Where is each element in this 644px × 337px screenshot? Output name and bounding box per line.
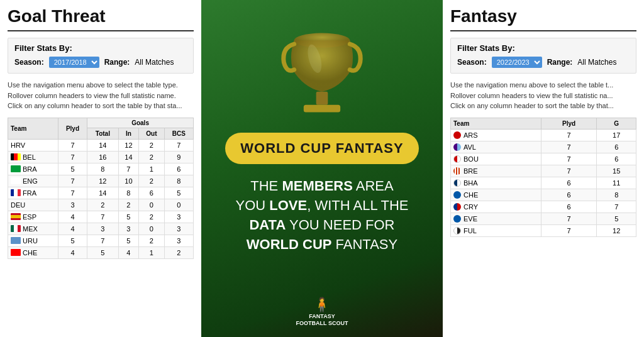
range-label: Range: (104, 58, 130, 67)
in-cell: 5 (118, 235, 139, 246)
main-message: THE MEMBERS AREA YOU LOVE, WITH ALL THE … (235, 177, 408, 254)
dot-red-icon (453, 131, 461, 139)
logo-text: FANTASY FOOTBALL SCOUT (296, 313, 348, 327)
team-cell: CHE (8, 246, 58, 258)
right-plyd-cell: 7 (541, 213, 597, 224)
bcs-cell: 6 (164, 163, 193, 175)
col-out[interactable]: Out (139, 128, 164, 139)
table-row: BRE 7 15 (451, 165, 636, 177)
team-cell: ESP (8, 211, 58, 223)
team-cell: FRA (8, 187, 58, 199)
right-col-team[interactable]: Team (451, 118, 541, 129)
left-stats-table: Team Plyd Goals Total In Out BCS HRV 7 1… (8, 118, 194, 259)
table-row: AVL 7 6 (451, 141, 636, 153)
right-season-select[interactable]: 2022/2023 (492, 57, 542, 68)
eng-flag-icon (11, 177, 21, 184)
right-g-cell: 12 (597, 224, 636, 236)
bcs-cell: 3 (164, 235, 193, 246)
plyd-cell: 5 (58, 235, 87, 246)
right-plyd-cell: 6 (541, 177, 597, 189)
right-range-label: Range: (547, 58, 573, 67)
che-flag-icon (11, 249, 21, 256)
right-col-plyd[interactable]: Plyd (541, 118, 597, 129)
bel-flag-icon (11, 153, 21, 160)
table-row: CHE 6 8 (451, 189, 636, 201)
range-value: All Matches (135, 58, 174, 67)
table-row: CHE 4 5 4 1 2 (8, 246, 194, 258)
team-cell: HRV (8, 139, 58, 151)
right-season-label: Season: (457, 58, 487, 67)
out-cell: 6 (139, 187, 164, 199)
out-cell: 2 (139, 211, 164, 223)
right-panel: Fantasy Filter Stats By: Season: 2022/20… (443, 0, 644, 337)
right-g-cell: 7 (597, 201, 636, 213)
col-bcs[interactable]: BCS (164, 128, 193, 139)
dot-blue-icon (453, 215, 461, 223)
out-cell: 1 (139, 246, 164, 258)
table-row: CRY 6 7 (451, 201, 636, 213)
right-table-wrapper: Team Plyd G ARS 7 17 AVL 7 6 (450, 118, 636, 237)
right-team-cell: AVL (451, 141, 541, 153)
plyd-cell: 4 (58, 246, 87, 258)
bcs-cell: 8 (164, 175, 193, 187)
right-team-cell: CRY (451, 201, 541, 213)
right-g-cell: 6 (597, 153, 636, 165)
col-team[interactable]: Team (8, 118, 58, 139)
table-row: URU 5 7 5 2 3 (8, 235, 194, 246)
team-cell: DEU (8, 199, 58, 211)
svg-rect-2 (304, 105, 340, 113)
right-team-cell: CHE (451, 189, 541, 201)
in-cell: 12 (118, 139, 139, 151)
right-range-value: All Matches (577, 58, 616, 67)
table-row: ENG 7 12 10 2 8 (8, 175, 194, 187)
table-row: BRA 5 8 7 1 6 (8, 163, 194, 175)
team-cell: MEX (8, 223, 58, 235)
dot-half-icon (453, 143, 461, 151)
dot-half-blue-red-icon (453, 203, 461, 211)
right-g-cell: 17 (597, 129, 636, 141)
table-row: HRV 7 14 12 2 7 (8, 139, 194, 151)
bcs-cell: 7 (164, 139, 193, 151)
bra-flag-icon (11, 165, 21, 172)
bcs-cell: 5 (164, 187, 193, 199)
svg-rect-1 (316, 92, 328, 105)
right-filter-row: Season: 2022/2023 Range: All Matches (457, 57, 630, 68)
in-cell: 4 (118, 246, 139, 258)
right-plyd-cell: 7 (541, 224, 597, 236)
dot-blue-icon (453, 191, 461, 199)
dot-half-white-black-icon (453, 227, 461, 235)
team-cell: BEL (8, 151, 58, 163)
right-g-cell: 8 (597, 189, 636, 201)
table-row: FRA 7 14 8 6 5 (8, 187, 194, 199)
team-cell: URU (8, 235, 58, 246)
total-cell: 14 (87, 139, 118, 151)
mex-flag-icon (11, 225, 21, 232)
col-total[interactable]: Total (87, 128, 118, 139)
team-cell: ENG (8, 175, 58, 187)
table-row: BOU 7 6 (451, 153, 636, 165)
total-cell: 16 (87, 151, 118, 163)
left-filter-row: Season: 2017/2018 Range: All Matches (14, 57, 187, 68)
total-cell: 7 (87, 211, 118, 223)
dot-stripe-icon (453, 167, 461, 175)
total-cell: 3 (87, 223, 118, 235)
right-plyd-cell: 7 (541, 165, 597, 177)
plyd-cell: 7 (58, 151, 87, 163)
total-cell: 14 (87, 187, 118, 199)
right-g-cell: 6 (597, 141, 636, 153)
col-plyd[interactable]: Plyd (58, 118, 87, 139)
left-filter-section: Filter Stats By: Season: 2017/2018 Range… (8, 38, 194, 74)
col-goals-group[interactable]: Goals (87, 118, 194, 128)
out-cell: 0 (139, 223, 164, 235)
table-row: ARS 7 17 (451, 129, 636, 141)
in-cell: 7 (118, 163, 139, 175)
bottom-logo: 🧍 FANTASY FOOTBALL SCOUT (296, 297, 348, 327)
col-in[interactable]: In (118, 128, 139, 139)
right-col-g[interactable]: G (597, 118, 636, 129)
season-select[interactable]: 2017/2018 (49, 57, 99, 68)
in-cell: 8 (118, 187, 139, 199)
in-cell: 2 (118, 199, 139, 211)
table-row: EVE 7 5 (451, 213, 636, 224)
right-team-cell: BOU (451, 153, 541, 165)
bcs-cell: 3 (164, 211, 193, 223)
